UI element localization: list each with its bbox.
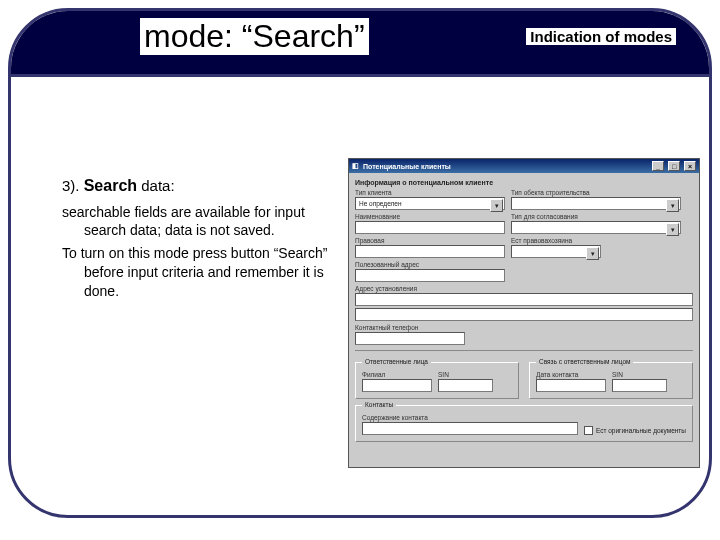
kontakty-groupbox: Контакты Содержание контакта Ест оригина… xyxy=(355,405,693,442)
minimize-button[interactable]: _ xyxy=(652,161,664,171)
est-dokument-checkbox[interactable]: Ест оригинальные документы xyxy=(584,426,686,435)
kontaktnyi-input[interactable] xyxy=(355,332,465,345)
sin2-label: SIN xyxy=(612,371,667,378)
polnoe-label: Полезованный адрес xyxy=(355,261,505,268)
tip-hint-combo[interactable] xyxy=(511,221,681,234)
otv-groupbox: Ответственные лица Филиал SIN xyxy=(355,362,519,399)
section-heading: 3). Search data: xyxy=(62,175,332,197)
kontaktnyi-label: Контактный телефон xyxy=(355,324,465,331)
window-titlebar: ◧ Потенциальные клиенты _ □ × xyxy=(349,159,699,173)
app-screenshot: ◧ Потенциальные клиенты _ □ × Информация… xyxy=(348,158,700,468)
est-dokument-label: Ест оригинальные документы xyxy=(596,427,686,434)
sin-input[interactable] xyxy=(438,379,493,392)
soderzhanie-input[interactable] xyxy=(362,422,578,435)
tip-klienta-value: Не определен xyxy=(359,200,402,207)
sin2-input[interactable] xyxy=(612,379,667,392)
tip-obekta-combo[interactable] xyxy=(511,197,681,210)
data-kontakta-label: Дата контакта xyxy=(536,371,606,378)
close-button[interactable]: × xyxy=(684,161,696,171)
otv-legend: Ответственные лица xyxy=(362,358,431,365)
adres-input-2[interactable] xyxy=(355,308,693,321)
data-kontakta-input[interactable] xyxy=(536,379,606,392)
adres-input[interactable] xyxy=(355,293,693,306)
tip-klienta-label: Тип клиента xyxy=(355,189,505,196)
slide-subtitle: Indication of modes xyxy=(526,28,676,45)
paragraph-1: searchable fields are available for inpu… xyxy=(62,203,332,241)
adres-label: Адрес установления xyxy=(355,285,693,292)
divider xyxy=(355,350,693,351)
heading-prefix: 3). xyxy=(62,177,84,194)
form-area: Информация о потенциальном клиенте Тип к… xyxy=(349,173,699,446)
est-prava-combo[interactable] xyxy=(511,245,601,258)
est-prava-label: Ест правовахозяина xyxy=(511,237,601,244)
pravovaia-label: Правовая xyxy=(355,237,505,244)
filial-input[interactable] xyxy=(362,379,432,392)
maximize-button[interactable]: □ xyxy=(668,161,680,171)
filial-label: Филиал xyxy=(362,371,432,378)
naimenovanie-label: Наименование xyxy=(355,213,505,220)
window-title: Потенциальные клиенты xyxy=(363,163,451,170)
heading-bold: Search xyxy=(84,177,137,194)
app-icon: ◧ xyxy=(352,162,359,170)
paragraph-2: To turn on this mode press button “Searc… xyxy=(62,244,332,301)
checkbox-icon xyxy=(584,426,593,435)
kontakty-legend: Контакты xyxy=(362,401,396,408)
svyaz-groupbox: Связь с ответственным лицом Дата контакт… xyxy=(529,362,693,399)
section-info-label: Информация о потенциальном клиенте xyxy=(355,179,693,186)
slide-title: mode: “Search” xyxy=(140,18,369,55)
body-text: 3). Search data: searchable fields are a… xyxy=(62,175,332,305)
tip-obekta-label: Тип обекта строительства xyxy=(511,189,681,196)
sin-label: SIN xyxy=(438,371,493,378)
pravovaia-input[interactable] xyxy=(355,245,505,258)
tip-hint-label: Тип для согласования xyxy=(511,213,681,220)
svyaz-legend: Связь с ответственным лицом xyxy=(536,358,633,365)
heading-suffix: data: xyxy=(137,177,175,194)
naimenovanie-input[interactable] xyxy=(355,221,505,234)
polnoe-input[interactable] xyxy=(355,269,505,282)
soderzhanie-label: Содержание контакта xyxy=(362,414,578,421)
tip-klienta-combo[interactable]: Не определен xyxy=(355,197,505,210)
